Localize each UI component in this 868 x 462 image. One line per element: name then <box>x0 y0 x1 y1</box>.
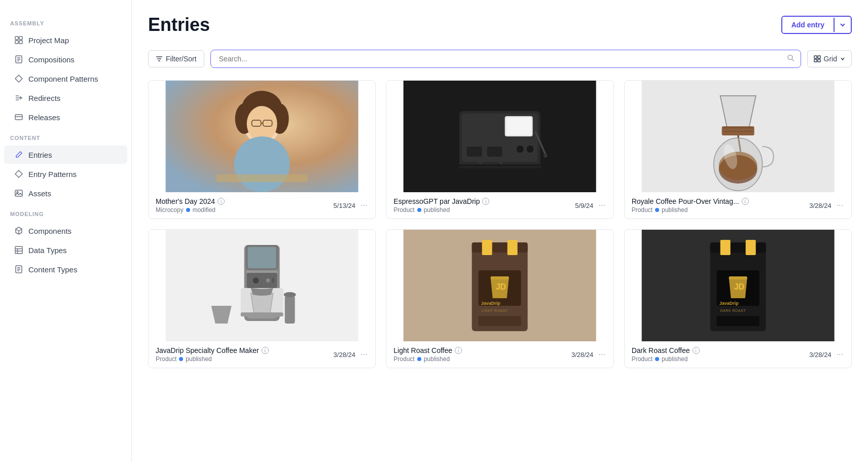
chevron-down-icon <box>840 56 845 61</box>
svg-rect-85 <box>241 312 283 316</box>
info-icon-coffeemaker[interactable]: i <box>262 347 269 354</box>
svg-line-32 <box>792 59 794 61</box>
entry-date-menu-light-roast: 3/28/24 ··· <box>571 349 606 360</box>
entry-type-row-dark-roast: Product published <box>632 356 810 363</box>
svg-rect-53 <box>467 147 482 157</box>
entry-card-light-roast[interactable]: JD JavaDrip LIGHT ROAST Light Roast Coff… <box>386 229 613 368</box>
svg-point-16 <box>17 192 18 193</box>
releases-icon <box>14 113 23 122</box>
entry-card-mothers-day[interactable]: Mother's Day 2024 i Microcopy modified 5… <box>148 80 376 219</box>
entry-date-coffeemaker: 3/28/24 <box>334 351 355 359</box>
svg-rect-34 <box>818 56 820 58</box>
entry-card-royale-pourover[interactable]: Royale Coffee Pour-Over Vintag... i Prod… <box>624 80 852 219</box>
entry-menu-button-dark-roast[interactable]: ··· <box>836 349 844 360</box>
doc-icon <box>14 265 23 274</box>
entry-name-coffeemaker: JavaDrip Specialty Coffee Maker i <box>156 346 334 354</box>
sidebar-item-project-map[interactable]: Project Map <box>4 31 127 49</box>
entry-date-royale-pourover: 3/28/24 <box>809 202 831 209</box>
entry-name-light-roast: Light Roast Coffee i <box>393 346 571 354</box>
entry-card-espresso-gpt[interactable]: EspressoGPT par JavaDrip i Product publi… <box>386 80 613 219</box>
sidebar-item-entry-patterns[interactable]: Entry Patterns <box>4 165 127 183</box>
entry-info-espresso-gpt: EspressoGPT par JavaDrip i Product publi… <box>393 197 575 214</box>
entry-type-mothers-day: Microcopy <box>156 206 184 214</box>
entry-image-royale-pourover <box>625 81 851 192</box>
entry-menu-button-mothers-day[interactable]: ··· <box>359 200 368 211</box>
sidebar-item-component-patterns[interactable]: Component Patterns <box>4 69 127 88</box>
info-icon-dark-roast[interactable]: i <box>693 347 700 354</box>
entry-status-mothers-day: modified <box>193 206 215 214</box>
sidebar-label-component-patterns: Component Patterns <box>28 75 98 83</box>
entry-image-light-roast: JD JavaDrip LIGHT ROAST <box>386 230 613 341</box>
svg-point-80 <box>253 277 259 283</box>
svg-rect-20 <box>15 246 22 254</box>
page-title: Entries <box>148 14 210 35</box>
entry-menu-button-espresso-gpt[interactable]: ··· <box>597 200 606 211</box>
entry-type-row-light-roast: Product published <box>393 356 571 363</box>
entry-name-royale-pourover: Royale Coffee Pour-Over Vintag... i <box>632 197 810 205</box>
svg-rect-54 <box>487 147 502 157</box>
entry-name-espresso-gpt: EspressoGPT par JavaDrip i <box>393 197 575 205</box>
sidebar-item-compositions[interactable]: Compositions <box>4 50 127 68</box>
svg-rect-47 <box>216 174 308 182</box>
info-icon-espresso-gpt[interactable]: i <box>482 198 489 205</box>
sidebar-item-assets[interactable]: Assets <box>4 184 127 202</box>
svg-point-62 <box>544 154 548 158</box>
entry-date-menu-mothers-day: 5/13/24 ··· <box>334 200 369 211</box>
entry-type-row-coffeemaker: Product published <box>156 356 334 363</box>
entry-type-row-mothers-day: Microcopy modified <box>156 206 334 214</box>
search-icon-button[interactable] <box>787 54 795 64</box>
svg-text:DARK ROAST: DARK ROAST <box>720 309 746 312</box>
svg-rect-3 <box>19 41 22 44</box>
svg-point-59 <box>516 145 524 153</box>
add-entry-button-group[interactable]: Add entry <box>781 16 852 34</box>
add-entry-main-button[interactable]: Add entry <box>782 17 834 33</box>
entry-meta-royale-pourover: Royale Coffee Pour-Over Vintag... i Prod… <box>625 192 851 219</box>
svg-point-46 <box>234 136 290 192</box>
svg-rect-0 <box>15 37 18 40</box>
sidebar-item-entries[interactable]: Entries <box>4 146 127 164</box>
svg-point-31 <box>788 55 792 60</box>
pencil-icon <box>14 150 23 159</box>
svg-line-19 <box>16 229 19 231</box>
sidebar-label-components: Components <box>28 227 71 235</box>
sidebar-item-redirects[interactable]: Redirects <box>4 89 127 107</box>
sidebar-item-data-types[interactable]: Data Types <box>4 241 127 259</box>
filter-sort-button[interactable]: Filter/Sort <box>148 50 204 67</box>
sidebar-item-releases[interactable]: Releases <box>4 108 127 126</box>
entry-status-dark-roast: published <box>662 356 688 363</box>
svg-rect-33 <box>814 56 817 58</box>
svg-rect-12 <box>15 115 22 120</box>
entry-info-mothers-day: Mother's Day 2024 i Microcopy modified <box>156 197 334 214</box>
entry-date-espresso-gpt: 5/9/24 <box>575 202 593 209</box>
info-icon-mothers-day[interactable]: i <box>218 198 225 205</box>
svg-rect-91 <box>472 242 528 253</box>
grid-toggle-button[interactable]: Grid <box>807 50 852 67</box>
entry-date-menu-royale-pourover: 3/28/24 ··· <box>809 200 844 211</box>
sidebar-label-assets: Assets <box>28 189 51 198</box>
entry-info-coffeemaker: JavaDrip Specialty Coffee Maker i Produc… <box>156 346 334 363</box>
search-input[interactable] <box>210 50 801 68</box>
filter-icon <box>156 55 163 62</box>
info-icon-light-roast[interactable]: i <box>455 347 462 354</box>
svg-text:JavaDrip: JavaDrip <box>481 301 501 306</box>
sidebar-label-compositions: Compositions <box>28 55 75 64</box>
entry-date-menu-espresso-gpt: 5/9/24 ··· <box>575 200 606 211</box>
sidebar-item-content-types[interactable]: Content Types <box>4 260 127 278</box>
entry-menu-button-royale-pourover[interactable]: ··· <box>836 200 844 211</box>
svg-text:JavaDrip: JavaDrip <box>719 301 739 306</box>
grid-label: Grid <box>824 55 837 63</box>
add-entry-dropdown-button[interactable] <box>834 18 851 32</box>
sidebar-item-components[interactable]: Components <box>4 222 127 240</box>
search-icon <box>787 54 795 62</box>
entry-menu-button-coffeemaker[interactable]: ··· <box>359 349 368 360</box>
svg-point-87 <box>284 292 296 297</box>
entry-card-dark-roast[interactable]: JD JavaDrip DARK ROAST Dark Roast Coffee… <box>624 229 852 368</box>
svg-marker-8 <box>15 75 22 82</box>
svg-point-60 <box>526 145 534 153</box>
entry-status-coffeemaker: published <box>186 356 211 363</box>
entry-menu-button-light-roast[interactable]: ··· <box>597 349 606 360</box>
entry-card-coffeemaker[interactable]: JavaDrip Specialty Coffee Maker i Produc… <box>148 229 376 368</box>
info-icon-royale-pourover[interactable]: i <box>742 198 749 205</box>
assembly-section-label: ASSEMBLY <box>0 12 131 30</box>
entry-status-espresso-gpt: published <box>424 206 450 214</box>
